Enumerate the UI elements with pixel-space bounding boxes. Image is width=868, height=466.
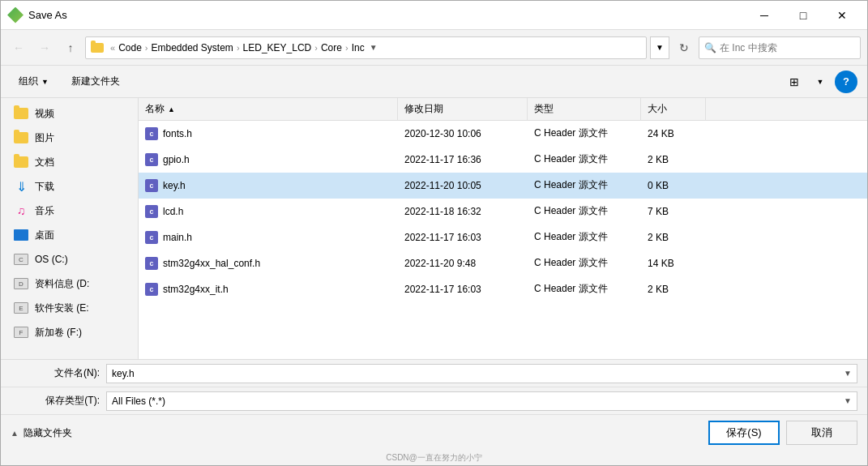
file-date-cell: 2022-11-17 16:36 bbox=[398, 154, 528, 165]
filename-value: key.h bbox=[112, 368, 135, 379]
organize-dropdown-icon: ▼ bbox=[41, 78, 49, 86]
table-row[interactable]: c gpio.h 2022-11-17 16:36 C Header 源文件 2… bbox=[139, 147, 867, 173]
sidebar-item-drive-e[interactable]: E 软件安装 (E: bbox=[1, 296, 138, 320]
file-date-cell: 2022-11-18 16:32 bbox=[398, 206, 528, 217]
sidebar-label-drive-f: 新加卷 (F:) bbox=[35, 326, 82, 340]
sidebar-label-downloads: 下载 bbox=[35, 180, 54, 194]
dialog-title: Save As bbox=[28, 9, 746, 21]
file-size-cell: 2 KB bbox=[641, 154, 706, 165]
file-date-cell: 2022-11-20 9:48 bbox=[398, 258, 528, 269]
table-row[interactable]: c key.h 2022-11-20 10:05 C Header 源文件 0 … bbox=[139, 173, 867, 199]
file-list-header: 名称 ▲ 修改日期 类型 大小 bbox=[139, 98, 867, 121]
breadcrumb-inc[interactable]: Inc bbox=[352, 42, 365, 53]
filename-dropdown[interactable]: key.h ▼ bbox=[106, 364, 857, 383]
folder-icon bbox=[14, 106, 28, 121]
sidebar-item-downloads[interactable]: ⇓ 下载 bbox=[1, 174, 138, 199]
file-type-cell: C Header 源文件 bbox=[528, 178, 641, 192]
file-list-area: 名称 ▲ 修改日期 类型 大小 c fonts.h 2020-12-30 10 bbox=[139, 98, 867, 359]
sidebar-label-drive-c: OS (C:) bbox=[35, 254, 68, 265]
sidebar: 视频 图片 文档 ⇓ 下载 ♫ bbox=[1, 98, 139, 359]
maximize-button[interactable]: □ bbox=[785, 4, 822, 27]
breadcrumb-dropdown-icon: ▼ bbox=[370, 43, 378, 52]
organize-button[interactable]: 组织 ▼ bbox=[11, 71, 57, 93]
sidebar-label-drive-d: 资料信息 (D: bbox=[35, 277, 89, 291]
table-row[interactable]: c stm32g4xx_it.h 2022-11-17 16:03 C Head… bbox=[139, 276, 867, 302]
sidebar-item-documents[interactable]: 文档 bbox=[1, 150, 138, 174]
toolbar: 组织 ▼ 新建文件夹 ⊞ ▼ ? bbox=[1, 66, 867, 98]
toolbar-right: ⊞ ▼ ? bbox=[783, 71, 857, 93]
download-icon: ⇓ bbox=[14, 179, 28, 194]
file-name-cell: c main.h bbox=[139, 231, 398, 244]
file-date-cell: 2022-11-17 16:03 bbox=[398, 284, 528, 295]
file-date-cell: 2022-11-20 10:05 bbox=[398, 180, 528, 191]
file-size-cell: 7 KB bbox=[641, 206, 706, 217]
main-content: 视频 图片 文档 ⇓ 下载 ♫ bbox=[1, 98, 867, 359]
music-icon: ♫ bbox=[14, 203, 28, 218]
sidebar-label-documents: 文档 bbox=[35, 156, 54, 169]
sidebar-item-music[interactable]: ♫ 音乐 bbox=[1, 199, 138, 223]
sidebar-label-music: 音乐 bbox=[35, 204, 54, 218]
file-name-cell: c stm32g4xx_it.h bbox=[139, 283, 398, 296]
help-button[interactable]: ? bbox=[835, 71, 857, 93]
file-type-cell: C Header 源文件 bbox=[528, 152, 641, 166]
forward-button[interactable]: → bbox=[33, 36, 56, 59]
file-type-cell: C Header 源文件 bbox=[528, 204, 641, 218]
breadcrumb-led[interactable]: LED_KEY_LCD bbox=[243, 42, 312, 53]
hide-folders-toggle[interactable]: ▲ 隐藏文件夹 bbox=[11, 426, 72, 440]
drive-e-icon: E bbox=[14, 301, 28, 315]
c-header-icon: c bbox=[145, 205, 158, 218]
address-dropdown-button[interactable]: ▼ bbox=[650, 36, 669, 59]
table-row[interactable]: c lcd.h 2022-11-18 16:32 C Header 源文件 7 … bbox=[139, 199, 867, 224]
search-icon: 🔍 bbox=[704, 42, 716, 53]
file-type-cell: C Header 源文件 bbox=[528, 256, 641, 270]
drive-f-icon: F bbox=[14, 325, 28, 340]
filename-label: 文件名(N): bbox=[11, 366, 100, 380]
breadcrumb-embedded[interactable]: Embedded System bbox=[151, 42, 233, 53]
sidebar-item-desktop[interactable]: 桌面 bbox=[1, 223, 138, 247]
c-header-icon: c bbox=[145, 179, 158, 192]
minimize-button[interactable]: ─ bbox=[746, 4, 783, 27]
col-header-type[interactable]: 类型 bbox=[528, 98, 641, 120]
file-name-cell: c key.h bbox=[139, 179, 398, 192]
window-controls: ─ □ ✕ bbox=[746, 4, 861, 27]
view-dropdown-button[interactable]: ▼ bbox=[809, 71, 832, 93]
file-name-cell: c lcd.h bbox=[139, 205, 398, 218]
filetype-dropdown-arrow: ▼ bbox=[844, 396, 852, 405]
watermark: CSDN@一直在努力的小宁 bbox=[1, 451, 867, 465]
save-button[interactable]: 保存(S) bbox=[708, 421, 780, 445]
table-row[interactable]: c fonts.h 2020-12-30 10:06 C Header 源文件 … bbox=[139, 121, 867, 147]
view-button[interactable]: ⊞ bbox=[783, 71, 806, 93]
up-button[interactable]: ↑ bbox=[59, 36, 82, 59]
table-row[interactable]: c stm32g4xx_hal_conf.h 2022-11-20 9:48 C… bbox=[139, 250, 867, 276]
table-row[interactable]: c main.h 2022-11-17 16:03 C Header 源文件 2… bbox=[139, 224, 867, 250]
sidebar-item-drive-d[interactable]: D 资料信息 (D: bbox=[1, 271, 138, 296]
col-header-date[interactable]: 修改日期 bbox=[398, 98, 528, 120]
filename-row: 文件名(N): key.h ▼ bbox=[1, 360, 867, 387]
file-list: c fonts.h 2020-12-30 10:06 C Header 源文件 … bbox=[139, 121, 867, 359]
sidebar-item-drive-c[interactable]: C OS (C:) bbox=[1, 247, 138, 271]
sort-arrow-up: ▲ bbox=[168, 105, 175, 113]
action-row: ▲ 隐藏文件夹 保存(S) 取消 bbox=[1, 415, 867, 451]
title-bar: Save As ─ □ ✕ bbox=[1, 1, 867, 30]
sidebar-item-videos[interactable]: 视频 bbox=[1, 101, 138, 126]
refresh-button[interactable]: ↻ bbox=[673, 36, 695, 59]
file-size-cell: 24 KB bbox=[641, 128, 706, 139]
c-header-icon: c bbox=[145, 283, 158, 296]
filetype-value: All Files (*.*) bbox=[112, 395, 165, 407]
col-header-name[interactable]: 名称 ▲ bbox=[139, 98, 398, 120]
search-input[interactable] bbox=[720, 42, 855, 53]
sidebar-item-drive-f[interactable]: F 新加卷 (F:) bbox=[1, 320, 138, 344]
file-size-cell: 2 KB bbox=[641, 232, 706, 243]
breadcrumb-core[interactable]: Core bbox=[321, 42, 342, 53]
close-button[interactable]: ✕ bbox=[823, 4, 861, 27]
filetype-dropdown[interactable]: All Files (*.*) ▼ bbox=[106, 391, 857, 411]
back-button[interactable]: ← bbox=[7, 36, 30, 59]
col-header-size[interactable]: 大小 bbox=[641, 98, 706, 120]
search-bar[interactable]: 🔍 bbox=[699, 36, 861, 59]
breadcrumb-bar[interactable]: « Code › Embedded System › LED_KEY_LCD ›… bbox=[85, 36, 647, 59]
breadcrumb-code[interactable]: Code bbox=[118, 42, 142, 53]
sidebar-item-pictures[interactable]: 图片 bbox=[1, 126, 138, 150]
new-folder-button[interactable]: 新建文件夹 bbox=[63, 71, 128, 93]
folder-icon-sm bbox=[91, 43, 104, 53]
cancel-button[interactable]: 取消 bbox=[786, 421, 857, 445]
